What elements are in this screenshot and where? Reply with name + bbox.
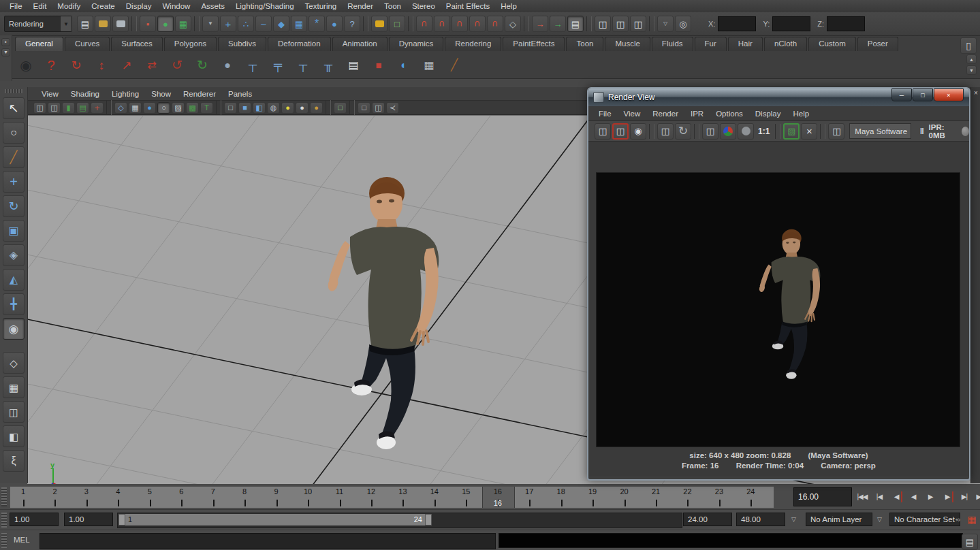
menu-window[interactable]: Window xyxy=(157,1,195,12)
node-graph-icon-2[interactable]: ╤ xyxy=(268,55,288,76)
image-plane-icon[interactable]: ▤ xyxy=(76,102,89,114)
ipr-render-frame-icon[interactable]: ◫ xyxy=(657,123,674,140)
menu-set-selector[interactable]: Rendering ▼ xyxy=(4,16,72,32)
minimize-button[interactable]: ─ xyxy=(891,88,912,101)
transform-dropdown-icon[interactable]: ▽ xyxy=(657,16,674,32)
command-drag-handle[interactable] xyxy=(1,533,7,548)
y-input[interactable] xyxy=(772,16,810,31)
range-drag-handle[interactable] xyxy=(1,513,7,528)
select-by-component-icon[interactable]: ▦ xyxy=(175,16,191,32)
character-model[interactable] xyxy=(326,177,439,449)
play-backwards-button[interactable]: ◀ xyxy=(906,488,921,506)
vp-menu-view[interactable]: View xyxy=(35,88,65,99)
cube-view-icon[interactable]: □ xyxy=(358,102,370,114)
shelf-tab-dynamics[interactable]: Dynamics xyxy=(389,37,443,51)
ipr-render-icon[interactable]: ◫ xyxy=(612,16,629,32)
camera-dolly-icon[interactable]: ↕ xyxy=(91,55,112,76)
shaded-sphere-icon[interactable]: ● xyxy=(143,102,156,114)
gold-light-icon[interactable]: ● xyxy=(310,102,323,114)
render-current-frame-icon[interactable]: ◫ xyxy=(595,16,611,32)
rotate-tool-icon[interactable]: ↻ xyxy=(3,195,25,217)
open-render-settings-icon[interactable]: ▨ xyxy=(783,123,800,140)
shelf-tab-rendering[interactable]: Rendering xyxy=(445,37,501,51)
chevron-down-icon[interactable]: ▼ xyxy=(60,16,72,31)
selection-mask-icon[interactable]: ▼ xyxy=(202,16,219,32)
mask-misc-icon[interactable]: ? xyxy=(344,16,360,32)
no-texture-icon[interactable]: ▨ xyxy=(172,102,185,114)
shelf-trash-icon[interactable]: ▯ xyxy=(960,37,977,54)
step-forward-key-button[interactable]: ▶| xyxy=(957,488,972,506)
rgb-channels-icon[interactable] xyxy=(720,123,736,140)
menu-modify[interactable]: Modify xyxy=(52,1,86,12)
vp-menu-show[interactable]: Show xyxy=(145,88,177,99)
flat-shade-icon[interactable]: ○ xyxy=(157,102,170,114)
rv-menu-options[interactable]: Options xyxy=(710,108,749,119)
shelf-tab-fluids[interactable]: Fluids xyxy=(652,37,693,51)
select-by-hierarchy-icon[interactable]: ▪ xyxy=(140,16,156,32)
shelf-tab-hair[interactable]: Hair xyxy=(728,37,763,51)
snapshot-icon[interactable]: ◉ xyxy=(630,123,646,140)
mel-command-input[interactable] xyxy=(39,533,496,549)
sphere-cube-select-icon[interactable]: ◐ xyxy=(394,55,414,76)
four-pane-layout-icon[interactable]: ▦ xyxy=(3,376,25,398)
move-tool-icon[interactable]: + xyxy=(3,171,25,193)
mask-surfaces-icon[interactable]: ◆ xyxy=(273,16,289,32)
chevron-down-icon[interactable]: ▽ xyxy=(877,516,882,523)
scale-tool-icon[interactable]: ▣ xyxy=(3,220,25,242)
menu-help[interactable]: Help xyxy=(495,1,522,12)
x-input[interactable] xyxy=(718,16,756,31)
shelf-menu-icon[interactable]: ▪ xyxy=(1,38,10,46)
render-settings-icon[interactable]: ◫ xyxy=(630,16,646,32)
save-scene-icon[interactable] xyxy=(112,16,129,32)
shelf-tab-ncloth[interactable]: nCloth xyxy=(764,37,807,51)
playback-range-bar[interactable]: 1 24 xyxy=(118,514,432,525)
node-graph-icon-4[interactable]: ╥ xyxy=(318,55,338,76)
select-by-object-icon[interactable]: ● xyxy=(157,16,174,32)
shelf-tab-painteffects[interactable]: PaintEffects xyxy=(503,37,565,51)
yellow-light-icon[interactable]: ● xyxy=(281,102,294,114)
make-object-live-icon[interactable]: ◇ xyxy=(505,16,521,32)
shelf-tab-fur[interactable]: Fur xyxy=(695,37,727,51)
red-cube-select-icon[interactable]: ■ xyxy=(368,55,389,76)
help-icon[interactable]: ? xyxy=(41,55,61,76)
snap-to-points-icon[interactable]: ∪ xyxy=(452,16,468,32)
isolate-cube-icon[interactable]: □ xyxy=(224,102,237,114)
timeline-drag-handle[interactable] xyxy=(1,487,7,506)
select-highlight-icon[interactable]: □ xyxy=(334,102,347,114)
character-key-icon[interactable]: ♀ xyxy=(953,513,964,526)
script-editor-icon[interactable]: ▤ xyxy=(962,534,978,550)
new-scene-icon[interactable]: ▤ xyxy=(77,16,93,32)
shelf-tab-animation[interactable]: Animation xyxy=(332,37,388,51)
auto-keyframe-icon[interactable]: ▦ xyxy=(966,513,977,526)
rv-menu-file[interactable]: File xyxy=(592,108,618,119)
lock-selection-icon[interactable] xyxy=(371,16,388,32)
shelf-tab-general[interactable]: General xyxy=(15,37,63,51)
output-connections-icon[interactable]: → xyxy=(550,16,566,32)
menu-toon[interactable]: Toon xyxy=(379,1,407,12)
select-tool-icon[interactable]: ↖ xyxy=(3,97,25,119)
mask-deformations-icon[interactable]: ▦ xyxy=(291,16,307,32)
undo-arrow-icon[interactable]: ↺ xyxy=(167,55,187,76)
maximize-button[interactable]: □ xyxy=(913,88,933,101)
textured-mode-icon[interactable]: ▩ xyxy=(186,102,199,114)
vp-menu-panels[interactable]: Panels xyxy=(222,88,258,99)
close-button[interactable]: × xyxy=(934,88,964,101)
toolbox-drag-handle[interactable] xyxy=(5,89,22,93)
redo-arrow-icon[interactable]: ↻ xyxy=(192,55,212,76)
chevron-down-icon[interactable]: ▽ xyxy=(791,516,796,523)
menu-edit[interactable]: Edit xyxy=(28,1,52,12)
rv-menu-render[interactable]: Render xyxy=(646,108,684,119)
menu-texturing[interactable]: Texturing xyxy=(300,1,343,12)
smooth-cube-icon[interactable]: ■ xyxy=(238,102,251,114)
animation-end-field[interactable]: 48.00 xyxy=(736,513,785,526)
one-to-one-label[interactable]: 1:1 xyxy=(758,127,770,136)
mask-dynamics-icon[interactable]: * xyxy=(309,16,325,32)
paint-brush-icon[interactable]: ╱ xyxy=(444,55,464,76)
camera-track-icon[interactable]: ↗ xyxy=(116,55,137,76)
menu-create[interactable]: Create xyxy=(86,1,121,12)
wire-cube-icon[interactable]: ◧ xyxy=(253,102,266,114)
layered-view-icon[interactable]: ◫ xyxy=(372,102,385,114)
menu-lighting-shading[interactable]: Lighting/Shading xyxy=(230,1,300,12)
mask-handles-icon[interactable]: ∴ xyxy=(238,16,254,32)
share-view-icon[interactable]: ≺ xyxy=(386,102,399,114)
